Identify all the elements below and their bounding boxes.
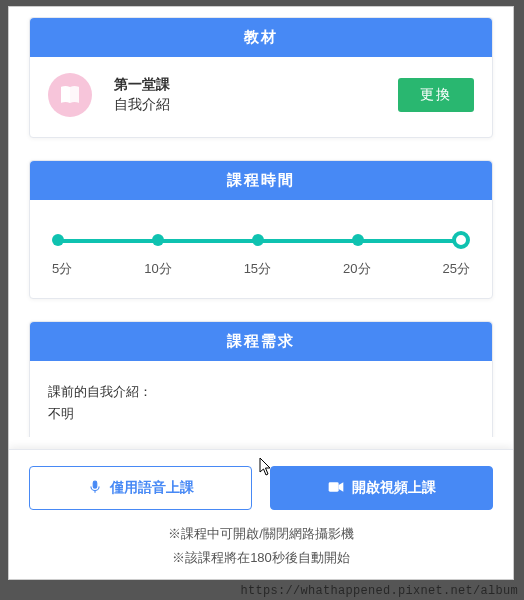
slider-tick bbox=[52, 234, 64, 246]
video-start-button[interactable]: 開啟視頻上課 bbox=[270, 466, 493, 510]
video-button-label: 開啟視頻上課 bbox=[352, 479, 436, 497]
intro-label: 課前的自我介紹： bbox=[48, 383, 474, 401]
modal-frame: 教材 第一堂課 自我介紹 更換 bbox=[8, 6, 514, 580]
material-subtitle: 自我介紹 bbox=[114, 96, 398, 114]
duration-slider[interactable]: 5分 10分 15分 20分 25分 bbox=[48, 216, 474, 278]
audio-only-button[interactable]: 僅用語音上課 bbox=[29, 466, 252, 510]
footer-note-1: ※課程中可開啟/關閉網路攝影機 bbox=[29, 522, 493, 545]
requirements-header: 課程需求 bbox=[30, 322, 492, 361]
audio-button-label: 僅用語音上課 bbox=[110, 479, 194, 497]
watermark-text: https://whathappened.pixnet.net/album bbox=[240, 584, 518, 598]
material-title: 第一堂課 bbox=[114, 76, 398, 94]
time-card: 課程時間 5分 10分 15分 20分 bbox=[29, 160, 493, 299]
slider-tick bbox=[252, 234, 264, 246]
svg-rect-2 bbox=[328, 482, 338, 491]
tick-label: 25分 bbox=[443, 260, 470, 278]
book-icon bbox=[48, 73, 92, 117]
scroll-area: 教材 第一堂課 自我介紹 更換 bbox=[9, 17, 513, 437]
tick-label: 15分 bbox=[244, 260, 271, 278]
tick-label: 5分 bbox=[52, 260, 72, 278]
footer-note-2: ※該課程將在180秒後自動開始 bbox=[29, 546, 493, 569]
time-header: 課程時間 bbox=[30, 161, 492, 200]
materials-card: 教材 第一堂課 自我介紹 更換 bbox=[29, 17, 493, 138]
change-button[interactable]: 更換 bbox=[398, 78, 474, 112]
video-icon bbox=[328, 480, 344, 497]
requirements-card: 課程需求 課前的自我介紹： 不明 指出文法與錯誤發音： 我希望你能積極地指出 bbox=[29, 321, 493, 437]
intro-value: 不明 bbox=[48, 405, 474, 423]
slider-handle[interactable] bbox=[452, 231, 470, 249]
microphone-icon bbox=[88, 480, 102, 497]
slider-tick bbox=[152, 234, 164, 246]
svg-rect-0 bbox=[93, 481, 97, 488]
materials-header: 教材 bbox=[30, 18, 492, 57]
tick-label: 20分 bbox=[343, 260, 370, 278]
tick-label: 10分 bbox=[144, 260, 171, 278]
material-info: 第一堂課 自我介紹 bbox=[114, 76, 398, 114]
footer-bar: 僅用語音上課 開啟視頻上課 ※課程中可開啟/關閉網路攝影機 ※該課程將在180秒… bbox=[9, 449, 513, 579]
material-row: 第一堂課 自我介紹 更換 bbox=[48, 73, 474, 117]
slider-tick bbox=[352, 234, 364, 246]
